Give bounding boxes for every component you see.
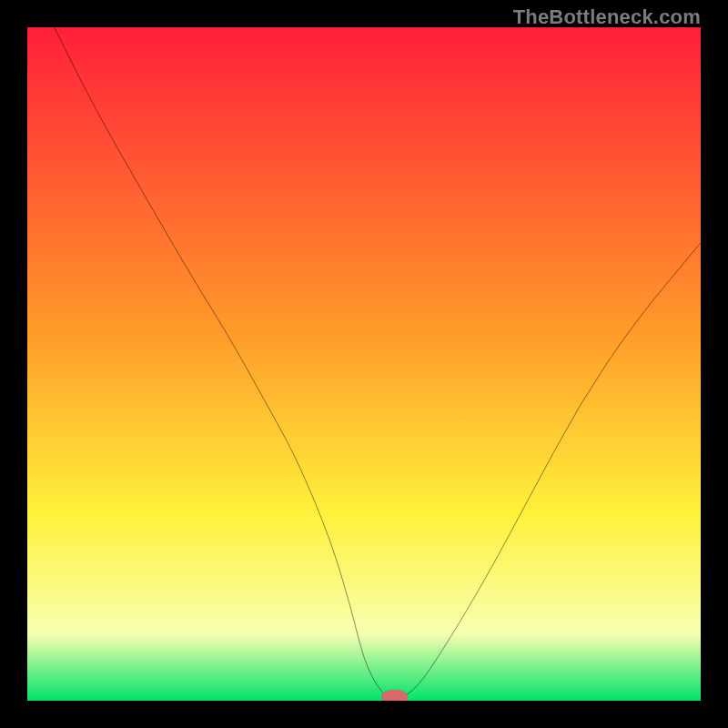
watermark-label: TheBottleneck.com — [513, 5, 701, 29]
gradient-bg — [27, 27, 701, 701]
bottleneck-chart — [27, 27, 701, 701]
chart-frame: { "watermark": "TheBottleneck.com", "col… — [0, 0, 728, 728]
